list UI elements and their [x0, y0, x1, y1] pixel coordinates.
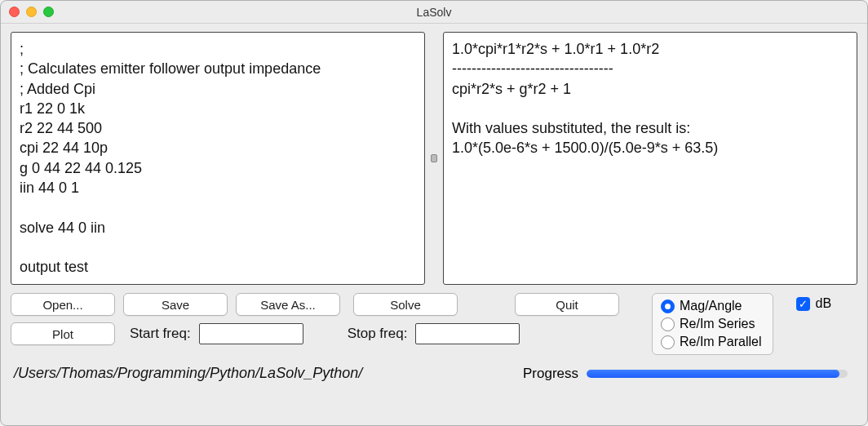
- statusbar: /Users/Thomas/Programming/Python/LaSolv_…: [11, 363, 857, 385]
- radio-reim-series[interactable]: Re/Im Series: [661, 317, 761, 331]
- content-area: ; ; Calculates emitter follower output i…: [1, 24, 867, 425]
- splitter-handle[interactable]: [430, 32, 438, 285]
- radio-unchecked-icon: [661, 335, 675, 349]
- radio-checked-icon: [661, 300, 675, 313]
- window-title: LaSolv: [417, 6, 452, 19]
- progress-label: Progress: [523, 366, 578, 382]
- minimize-icon[interactable]: [26, 7, 37, 17]
- start-freq-input[interactable]: [199, 323, 303, 344]
- radio-label: Re/Im Series: [680, 317, 755, 331]
- save-button[interactable]: Save: [123, 293, 228, 316]
- start-freq-label: Start freq:: [130, 326, 191, 342]
- zoom-icon[interactable]: [43, 7, 54, 17]
- stop-freq-input[interactable]: [415, 323, 520, 344]
- titlebar: LaSolv: [1, 1, 867, 24]
- output-pane: 1.0*cpi*r1*r2*s + 1.0*r1 + 1.0*r2 ------…: [443, 32, 857, 285]
- progress-bar: [587, 370, 848, 378]
- traffic-lights: [9, 7, 54, 17]
- radio-reim-parallel[interactable]: Re/Im Parallel: [661, 335, 761, 349]
- radio-mag-angle[interactable]: Mag/Angle: [661, 299, 761, 313]
- checkbox-checked-icon: ✓: [796, 297, 810, 311]
- editor-panes: ; ; Calculates emitter follower output i…: [11, 32, 857, 285]
- radio-label: Re/Im Parallel: [680, 335, 761, 349]
- checkbox-label: dB: [815, 296, 831, 311]
- stop-freq-label: Stop freq:: [348, 326, 408, 342]
- close-icon[interactable]: [9, 7, 20, 17]
- plot-button[interactable]: Plot: [11, 322, 115, 345]
- input-pane[interactable]: ; ; Calculates emitter follower output i…: [11, 32, 425, 285]
- output-mode-group: Mag/Angle Re/Im Series Re/Im Parallel: [652, 293, 773, 355]
- db-checkbox[interactable]: ✓ dB: [796, 296, 831, 311]
- solve-button[interactable]: Solve: [353, 293, 458, 316]
- radio-label: Mag/Angle: [680, 299, 742, 313]
- radio-unchecked-icon: [661, 317, 675, 331]
- open-button[interactable]: Open...: [11, 293, 115, 316]
- file-path: /Users/Thomas/Programming/Python/LaSolv_…: [14, 365, 362, 382]
- controls: Open... Save Save As... Solve Quit Plot …: [11, 293, 857, 355]
- progress-fill: [587, 370, 839, 378]
- quit-button[interactable]: Quit: [515, 293, 619, 316]
- drag-handle-icon: [431, 154, 437, 162]
- saveas-button[interactable]: Save As...: [236, 293, 340, 316]
- progress-wrap: Progress: [523, 366, 848, 382]
- app-window: LaSolv ; ; Calculates emitter follower o…: [0, 0, 868, 426]
